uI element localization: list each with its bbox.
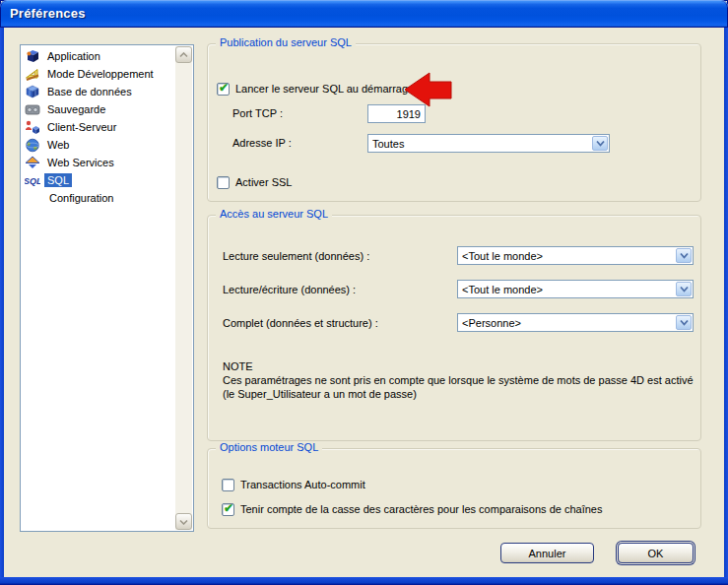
launch-sql-checkbox[interactable]: ✔ — [217, 83, 230, 96]
access-note: NOTE Ces paramétrages ne sont pris en co… — [223, 359, 694, 401]
combo-dropdown-button[interactable] — [676, 315, 692, 330]
window-title: Préférences — [10, 6, 86, 21]
sidebar-item-web[interactable]: Web — [23, 136, 174, 154]
chevron-down-icon — [680, 319, 689, 326]
chevron-down-icon — [596, 140, 605, 147]
launch-sql-label[interactable]: Lancer le serveur SQL au démarrage — [235, 83, 414, 95]
sidebar-item-label: Web Services — [44, 156, 117, 169]
sidebar-item-configuration[interactable]: Configuration — [23, 189, 174, 207]
combo-dropdown-button[interactable] — [676, 282, 692, 296]
sidebar-item-mode-developpement[interactable]: Mode Développement — [23, 65, 174, 83]
combo-value: <Personne> — [458, 317, 675, 329]
sidebar-item-application[interactable]: Application — [23, 47, 174, 65]
group-engine-options: Options moteur SQL Transactions Auto-com… — [207, 448, 701, 529]
scroll-down-button[interactable] — [175, 513, 192, 530]
note-line1: Ces paramétrages ne sont pris en compte … — [223, 373, 694, 387]
note-title: NOTE — [223, 359, 694, 373]
preferences-dialog: Préférences Application Mo — [0, 0, 728, 585]
red-arrow-annotation — [405, 72, 452, 108]
port-tcp-label: Port TCP : — [232, 107, 283, 119]
group-title: Options moteur SQL — [216, 441, 322, 453]
group-title: Accès au serveur SQL — [216, 208, 332, 220]
chevron-up-icon — [179, 52, 188, 58]
ip-address-label: Adresse IP : — [232, 137, 292, 149]
ok-button[interactable]: OK — [618, 543, 694, 563]
window-border-bottom — [0, 577, 728, 585]
read-only-select[interactable]: <Tout le monde> — [457, 246, 694, 265]
window-border-right — [724, 28, 728, 585]
ssl-label[interactable]: Activer SSL — [235, 176, 292, 188]
sql-icon: SQL — [25, 172, 40, 188]
sidebar-item-label: Mode Développement — [44, 67, 157, 81]
group-title: Publication du serveur SQL — [216, 36, 356, 48]
sidebar-item-label: Web — [44, 138, 72, 152]
title-bar[interactable]: Préférences — [0, 0, 728, 28]
ip-address-select[interactable]: Toutes — [367, 134, 610, 153]
chevron-down-icon — [680, 286, 689, 292]
cancel-button-label: Annuler — [529, 548, 566, 559]
svg-text:SQL: SQL — [25, 176, 40, 186]
ssl-checkbox-row[interactable]: Activer SSL — [217, 175, 292, 189]
sidebar-item-label: Base de données — [44, 85, 135, 98]
read-write-select[interactable]: <Tout le monde> — [457, 280, 694, 298]
tree-scrollbar[interactable] — [175, 46, 192, 530]
autocommit-checkbox[interactable] — [222, 479, 234, 491]
sidebar-item-label: Sauvegarde — [44, 102, 108, 116]
combo-value: <Tout le monde> — [458, 250, 675, 262]
chevron-down-icon — [179, 519, 188, 525]
web-icon — [25, 137, 40, 153]
chevron-down-icon — [680, 252, 689, 259]
ok-button-label: OK — [648, 548, 664, 559]
dev-mode-icon — [25, 66, 40, 82]
combo-dropdown-button[interactable] — [676, 248, 692, 263]
scroll-up-button[interactable] — [175, 46, 192, 63]
ssl-checkbox[interactable] — [217, 176, 230, 189]
application-icon — [25, 48, 40, 64]
autocommit-checkbox-row[interactable]: Transactions Auto-commit — [222, 478, 365, 491]
window-border-left — [0, 28, 4, 585]
web-services-icon — [25, 155, 40, 170]
read-only-label: Lecture seulement (données) : — [223, 250, 369, 262]
full-access-label: Complet (données et structure) : — [223, 317, 378, 329]
sidebar-item-web-services[interactable]: Web Services — [23, 154, 174, 171]
cancel-button[interactable]: Annuler — [500, 543, 594, 563]
read-write-label: Lecture/écriture (données) : — [223, 284, 356, 295]
group-access: Accès au serveur SQL Lecture seulement (… — [207, 215, 701, 441]
backup-icon — [25, 101, 40, 117]
sidebar-item-base-de-donnees[interactable]: Base de données — [23, 83, 174, 100]
sidebar-item-label: Client-Serveur — [44, 120, 119, 134]
preferences-tree: Application Mode Développement Base de d… — [20, 44, 194, 532]
autocommit-label[interactable]: Transactions Auto-commit — [240, 479, 365, 490]
combo-value: Toutes — [368, 138, 591, 150]
sidebar-item-label: Application — [44, 49, 103, 63]
note-line2: (le Super_Utilisateur a un mot de passe) — [223, 387, 694, 401]
combo-dropdown-button[interactable] — [592, 136, 608, 151]
case-sensitive-checkbox[interactable]: ✔ — [222, 503, 234, 516]
case-sensitive-checkbox-row[interactable]: ✔ Tenir compte de la casse des caractère… — [222, 502, 602, 516]
sidebar-item-label: Configuration — [46, 191, 116, 205]
port-tcp-input[interactable] — [367, 104, 426, 123]
sidebar-item-label: SQL — [44, 173, 72, 187]
checkmark-icon: ✔ — [219, 81, 229, 95]
sidebar-item-sauvegarde[interactable]: Sauvegarde — [23, 100, 174, 118]
full-access-select[interactable]: <Personne> — [457, 313, 694, 332]
combo-value: <Tout le monde> — [458, 284, 675, 295]
sidebar-item-sql[interactable]: SQL SQL — [23, 171, 174, 189]
checkmark-icon: ✔ — [224, 501, 233, 515]
database-icon — [25, 84, 40, 99]
client-server-icon — [25, 119, 40, 135]
case-sensitive-label[interactable]: Tenir compte de la casse des caractères … — [240, 503, 602, 515]
launch-sql-checkbox-row[interactable]: ✔ Lancer le serveur SQL au démarrage — [217, 82, 414, 96]
sidebar-item-client-serveur[interactable]: Client-Serveur — [23, 118, 174, 136]
group-publication: Publication du serveur SQL ✔ Lancer le s… — [207, 43, 701, 202]
